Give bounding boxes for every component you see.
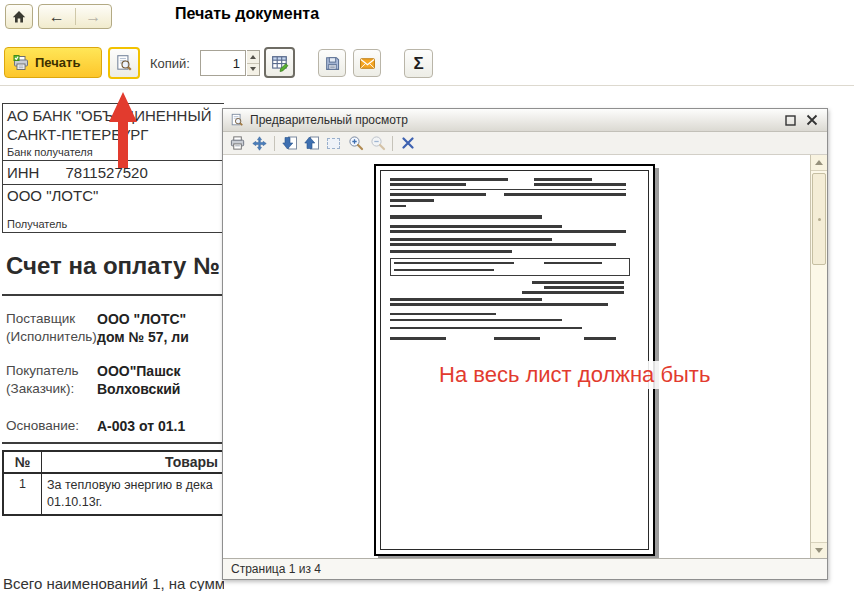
copies-spinner [247, 50, 260, 76]
zoom-out-button[interactable] [368, 134, 387, 153]
inn-label: ИНН [7, 164, 39, 181]
minidoc-line [584, 337, 616, 340]
pan-tool-button[interactable] [250, 134, 269, 153]
forward-button[interactable]: → [76, 5, 112, 28]
scrollbar-thumb[interactable] [812, 173, 826, 265]
maximize-icon [785, 115, 796, 126]
minidoc-line [390, 327, 582, 329]
minidoc-line [390, 319, 562, 321]
minidoc-line [390, 225, 562, 228]
prev-page-button[interactable] [302, 134, 321, 153]
copies-input[interactable]: 1 [200, 50, 246, 76]
up-triangle-icon [815, 160, 823, 165]
copies-increment-button[interactable] [247, 51, 259, 63]
preview-button[interactable] [108, 47, 140, 79]
preview-page [374, 164, 655, 556]
home-button[interactable] [5, 4, 33, 29]
email-button[interactable] [353, 49, 381, 77]
back-icon: ← [49, 8, 65, 26]
copies-value: 1 [233, 56, 240, 71]
copies-decrement-button[interactable] [247, 63, 259, 76]
scroll-down-button[interactable] [811, 542, 827, 558]
print-button[interactable]: Печать [4, 47, 102, 78]
page-status: Страница 1 из 4 [231, 562, 321, 576]
copies-label: Копий: [150, 56, 190, 71]
red-annotation-text: На весь лист должна быть [435, 361, 714, 389]
goods-table-header: № Товары [4, 452, 222, 474]
up-triangle-icon [250, 55, 256, 59]
dialog-titlebar[interactable]: Предварительный просмотр [223, 109, 827, 132]
scroll-up-button[interactable] [811, 155, 827, 171]
forward-icon: → [85, 8, 101, 26]
dialog-print-button[interactable] [228, 134, 247, 153]
sigma-icon: Σ [413, 54, 423, 74]
page-arrow-down-icon [282, 135, 298, 151]
minidoc-line [390, 298, 542, 301]
buyer-value-line1: ООО"Пашск [97, 362, 181, 380]
vertical-scrollbar[interactable] [810, 155, 827, 558]
buyer-label-line2: (Заказчик): [6, 380, 97, 398]
minidoc-line [390, 189, 626, 190]
page-arrow-up-icon [304, 135, 320, 151]
minidoc-line [390, 183, 466, 186]
history-nav-group: ← → [38, 4, 112, 29]
col-number-header: № [4, 452, 42, 472]
down-triangle-icon [250, 67, 256, 71]
floppy-disk-icon [324, 55, 341, 72]
back-button[interactable]: ← [39, 5, 75, 28]
goods-table: № Товары 1 За тепловую энергию в дека 01… [2, 450, 224, 516]
minidoc-line [390, 238, 552, 241]
basis-label: Основание: [6, 417, 97, 435]
minidoc-line [504, 193, 626, 196]
minidoc-line [390, 250, 512, 253]
save-button[interactable] [318, 49, 346, 77]
home-icon [11, 9, 27, 25]
margins-button[interactable] [324, 134, 343, 153]
horizontal-rule [2, 294, 224, 296]
minidoc-line [390, 215, 542, 219]
dialog-title: Предварительный просмотр [250, 113, 776, 127]
page-magnifier-icon [115, 54, 133, 72]
payee-cell: ООО "ЛОТС" Получатель [3, 185, 224, 232]
close-button[interactable] [804, 112, 820, 128]
close-preview-button[interactable] [398, 134, 417, 153]
thumb-grip-icon [818, 218, 821, 221]
minidoc-line [544, 262, 602, 264]
maximize-button[interactable] [782, 112, 798, 128]
minidoc-line [390, 313, 496, 315]
table-settings-button[interactable] [264, 47, 295, 78]
dashed-rect-icon [327, 138, 340, 149]
magnifier-minus-icon [370, 135, 386, 151]
minidoc-line [534, 183, 626, 186]
preview-canvas[interactable]: На весь лист должна быть [223, 155, 827, 558]
sum-button[interactable]: Σ [404, 49, 433, 78]
minidoc-line [544, 286, 624, 289]
close-icon [806, 114, 818, 126]
buyer-row: Покупатель (Заказчик): ООО"Пашск Волховс… [6, 362, 181, 398]
dialog-statusbar: Страница 1 из 4 [223, 558, 827, 579]
buyer-value-line2: Волховский [97, 380, 181, 398]
preview-dialog: Предварительный просмотр [222, 108, 828, 580]
row-text-line2: 01.10.13г. [47, 494, 217, 511]
supplier-label-line2: (Исполнитель): [6, 328, 97, 346]
divider [274, 136, 275, 151]
supplier-label-line1: Поставщик [6, 310, 97, 328]
payee-caption: Получатель [7, 218, 224, 230]
basis-row: Основание: А-003 от 01.1 [6, 417, 185, 435]
print-button-label: Печать [35, 55, 80, 70]
next-page-button[interactable] [280, 134, 299, 153]
invoice-title: Счет на оплату № [6, 252, 220, 280]
row-text-line1: За тепловую энергию в дека [47, 477, 217, 494]
minidoc-line [494, 337, 540, 340]
zoom-in-button[interactable] [346, 134, 365, 153]
minidoc-line [390, 230, 626, 233]
minidoc-line [390, 243, 616, 246]
preview-page-border [380, 170, 649, 550]
minidoc-line [390, 303, 608, 306]
minidoc-line [522, 291, 624, 294]
blue-x-icon [402, 137, 414, 149]
page-title: Печать документа [175, 5, 319, 23]
supplier-value-line2: дом № 57, ли [97, 328, 189, 346]
minidoc-line [394, 262, 514, 264]
envelope-icon [359, 55, 376, 72]
